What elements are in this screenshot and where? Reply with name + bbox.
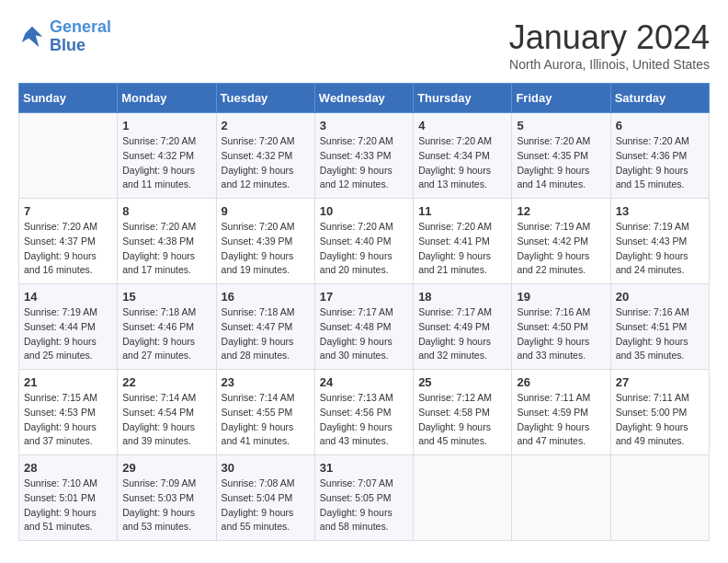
day-info: Sunrise: 7:20 AMSunset: 4:38 PMDaylight:… — [122, 220, 210, 278]
day-number: 14 — [24, 290, 112, 304]
calendar-cell — [512, 455, 610, 541]
day-number: 20 — [616, 290, 704, 304]
day-info: Sunrise: 7:19 AMSunset: 4:43 PMDaylight:… — [616, 220, 704, 278]
day-number: 16 — [222, 290, 310, 304]
header-thursday: Thursday — [414, 84, 512, 113]
day-info: Sunrise: 7:20 AMSunset: 4:37 PMDaylight:… — [24, 220, 112, 278]
calendar-cell: 26Sunrise: 7:11 AMSunset: 4:59 PMDayligh… — [512, 370, 610, 455]
header-wednesday: Wednesday — [314, 84, 413, 113]
header-tuesday: Tuesday — [216, 84, 314, 113]
logo-icon — [18, 23, 46, 51]
calendar-cell: 10Sunrise: 7:20 AMSunset: 4:40 PMDayligh… — [314, 199, 413, 284]
day-info: Sunrise: 7:12 AMSunset: 4:58 PMDaylight:… — [418, 391, 506, 449]
day-number: 21 — [24, 375, 112, 389]
calendar-cell — [414, 455, 512, 541]
calendar-cell: 28Sunrise: 7:10 AMSunset: 5:01 PMDayligh… — [19, 455, 118, 541]
day-number: 22 — [122, 375, 210, 389]
calendar-cell: 23Sunrise: 7:14 AMSunset: 4:55 PMDayligh… — [216, 370, 314, 455]
day-info: Sunrise: 7:17 AMSunset: 4:49 PMDaylight:… — [418, 305, 506, 363]
day-number: 9 — [222, 204, 310, 218]
day-number: 5 — [517, 119, 605, 132]
calendar-cell: 21Sunrise: 7:15 AMSunset: 4:53 PMDayligh… — [19, 370, 118, 455]
day-number: 26 — [517, 375, 605, 389]
day-info: Sunrise: 7:17 AMSunset: 4:48 PMDaylight:… — [320, 305, 408, 363]
day-info: Sunrise: 7:20 AMSunset: 4:35 PMDaylight:… — [517, 134, 605, 192]
calendar-cell: 14Sunrise: 7:19 AMSunset: 4:44 PMDayligh… — [19, 284, 118, 370]
svg-marker-0 — [22, 27, 43, 48]
location: North Aurora, Illinois, United States — [509, 57, 710, 72]
calendar-cell: 16Sunrise: 7:18 AMSunset: 4:47 PMDayligh… — [216, 284, 314, 370]
calendar-week-row: 7Sunrise: 7:20 AMSunset: 4:37 PMDaylight… — [19, 199, 710, 284]
calendar-cell: 13Sunrise: 7:19 AMSunset: 4:43 PMDayligh… — [610, 199, 709, 284]
calendar-cell: 2Sunrise: 7:20 AMSunset: 4:32 PMDaylight… — [216, 113, 314, 199]
day-number: 4 — [418, 119, 506, 132]
day-info: Sunrise: 7:10 AMSunset: 5:01 PMDaylight:… — [24, 477, 112, 534]
day-info: Sunrise: 7:18 AMSunset: 4:47 PMDaylight:… — [222, 305, 310, 363]
calendar-cell: 12Sunrise: 7:19 AMSunset: 4:42 PMDayligh… — [512, 199, 610, 284]
calendar-cell: 15Sunrise: 7:18 AMSunset: 4:46 PMDayligh… — [118, 284, 216, 370]
calendar-cell: 6Sunrise: 7:20 AMSunset: 4:36 PMDaylight… — [610, 113, 709, 199]
day-number: 3 — [320, 119, 408, 132]
day-number: 13 — [616, 204, 704, 218]
title-area: January 2024 North Aurora, Illinois, Uni… — [509, 18, 710, 72]
calendar-cell: 9Sunrise: 7:20 AMSunset: 4:39 PMDaylight… — [216, 199, 314, 284]
day-number: 7 — [24, 204, 112, 218]
day-info: Sunrise: 7:20 AMSunset: 4:41 PMDaylight:… — [418, 220, 506, 278]
calendar-cell: 31Sunrise: 7:07 AMSunset: 5:05 PMDayligh… — [314, 455, 413, 541]
day-number: 17 — [320, 290, 408, 304]
day-number: 15 — [122, 290, 210, 304]
day-info: Sunrise: 7:16 AMSunset: 4:51 PMDaylight:… — [616, 305, 704, 363]
calendar-cell — [19, 113, 118, 199]
day-info: Sunrise: 7:19 AMSunset: 4:44 PMDaylight:… — [24, 305, 112, 363]
calendar-cell: 22Sunrise: 7:14 AMSunset: 4:54 PMDayligh… — [118, 370, 216, 455]
calendar-week-row: 28Sunrise: 7:10 AMSunset: 5:01 PMDayligh… — [19, 455, 710, 541]
day-number: 2 — [222, 119, 310, 132]
day-number: 11 — [418, 204, 506, 218]
day-info: Sunrise: 7:08 AMSunset: 5:04 PMDaylight:… — [222, 477, 310, 534]
calendar-week-row: 21Sunrise: 7:15 AMSunset: 4:53 PMDayligh… — [19, 370, 710, 455]
day-info: Sunrise: 7:18 AMSunset: 4:46 PMDaylight:… — [122, 305, 210, 363]
day-number: 28 — [24, 461, 112, 475]
calendar-cell: 4Sunrise: 7:20 AMSunset: 4:34 PMDaylight… — [414, 113, 512, 199]
calendar-cell: 30Sunrise: 7:08 AMSunset: 5:04 PMDayligh… — [216, 455, 314, 541]
calendar-cell: 19Sunrise: 7:16 AMSunset: 4:50 PMDayligh… — [512, 284, 610, 370]
header-monday: Monday — [118, 84, 216, 113]
day-number: 12 — [517, 204, 605, 218]
calendar-cell: 18Sunrise: 7:17 AMSunset: 4:49 PMDayligh… — [414, 284, 512, 370]
day-info: Sunrise: 7:14 AMSunset: 4:54 PMDaylight:… — [122, 391, 210, 449]
calendar-cell — [610, 455, 709, 541]
day-info: Sunrise: 7:20 AMSunset: 4:36 PMDaylight:… — [616, 134, 704, 192]
day-number: 1 — [122, 119, 210, 132]
day-number: 23 — [222, 375, 310, 389]
day-info: Sunrise: 7:20 AMSunset: 4:33 PMDaylight:… — [320, 134, 408, 192]
calendar-header-row: SundayMondayTuesdayWednesdayThursdayFrid… — [19, 84, 710, 113]
calendar-cell: 27Sunrise: 7:11 AMSunset: 5:00 PMDayligh… — [610, 370, 709, 455]
day-info: Sunrise: 7:20 AMSunset: 4:32 PMDaylight:… — [122, 134, 210, 192]
calendar-cell: 7Sunrise: 7:20 AMSunset: 4:37 PMDaylight… — [19, 199, 118, 284]
header-sunday: Sunday — [19, 84, 118, 113]
day-info: Sunrise: 7:20 AMSunset: 4:39 PMDaylight:… — [222, 220, 310, 278]
calendar-week-row: 1Sunrise: 7:20 AMSunset: 4:32 PMDaylight… — [19, 113, 710, 199]
day-number: 30 — [222, 461, 310, 475]
calendar-cell: 5Sunrise: 7:20 AMSunset: 4:35 PMDaylight… — [512, 113, 610, 199]
day-info: Sunrise: 7:20 AMSunset: 4:32 PMDaylight:… — [222, 134, 310, 192]
day-info: Sunrise: 7:13 AMSunset: 4:56 PMDaylight:… — [320, 391, 408, 449]
month-title: January 2024 — [509, 18, 710, 57]
day-number: 27 — [616, 375, 704, 389]
header-friday: Friday — [512, 84, 610, 113]
calendar-cell: 3Sunrise: 7:20 AMSunset: 4:33 PMDaylight… — [314, 113, 413, 199]
calendar-week-row: 14Sunrise: 7:19 AMSunset: 4:44 PMDayligh… — [19, 284, 710, 370]
logo-line1: General — [50, 17, 111, 36]
day-info: Sunrise: 7:07 AMSunset: 5:05 PMDaylight:… — [320, 477, 408, 534]
calendar-cell: 1Sunrise: 7:20 AMSunset: 4:32 PMDaylight… — [118, 113, 216, 199]
calendar-cell: 8Sunrise: 7:20 AMSunset: 4:38 PMDaylight… — [118, 199, 216, 284]
header-saturday: Saturday — [610, 84, 709, 113]
calendar-cell: 24Sunrise: 7:13 AMSunset: 4:56 PMDayligh… — [314, 370, 413, 455]
logo-line2: Blue — [50, 36, 85, 54]
day-number: 24 — [320, 375, 408, 389]
day-number: 25 — [418, 375, 506, 389]
day-info: Sunrise: 7:20 AMSunset: 4:40 PMDaylight:… — [320, 220, 408, 278]
day-info: Sunrise: 7:20 AMSunset: 4:34 PMDaylight:… — [418, 134, 506, 192]
day-number: 29 — [122, 461, 210, 475]
page-header: General Blue January 2024 North Aurora, … — [18, 18, 710, 72]
